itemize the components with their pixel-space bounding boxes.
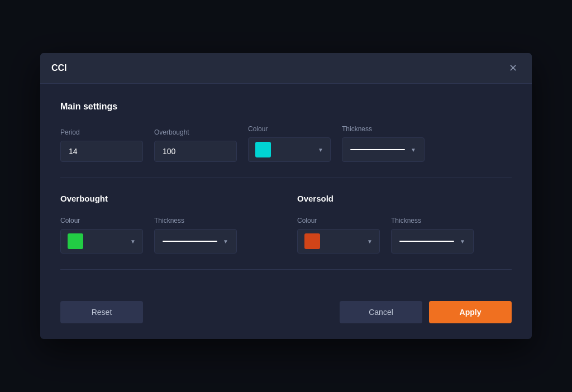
overbought-colour-group: Colour ▼ xyxy=(60,217,143,254)
overbought-section: Overbought Colour ▼ Thickness xyxy=(60,194,275,254)
overbought-fields-row: Colour ▼ Thickness ▼ xyxy=(60,217,275,254)
dialog-body: Main settings Period Overbought Colour xyxy=(40,84,532,301)
overbought-thickness-group: Thickness ▼ xyxy=(154,217,237,254)
overbought-colour-label: Colour xyxy=(60,217,143,224)
overbought-value-group: Overbought xyxy=(154,128,237,162)
oversold-colour-label: Colour xyxy=(297,217,380,224)
main-thickness-line xyxy=(350,149,405,150)
ob-os-sections: Overbought Colour ▼ Thickness xyxy=(60,194,512,254)
oversold-colour-chevron-icon: ▼ xyxy=(367,238,373,245)
oversold-fields-row: Colour ▼ Thickness ▼ xyxy=(297,217,512,254)
oversold-thickness-line xyxy=(399,241,454,242)
period-label: Period xyxy=(60,128,143,136)
overbought-thickness-label: Thickness xyxy=(154,217,237,224)
dialog-header: CCI ✕ xyxy=(40,53,532,84)
dialog-overlay: CCI ✕ Main settings Period Overbought xyxy=(0,0,572,392)
overbought-colour-swatch xyxy=(68,233,83,249)
oversold-section: Oversold Colour ▼ Thickness xyxy=(275,194,512,254)
main-thickness-group: Thickness ▼ xyxy=(342,125,425,162)
main-thickness-chevron-icon: ▼ xyxy=(411,147,416,153)
reset-button[interactable]: Reset xyxy=(60,301,143,323)
main-colour-select[interactable]: ▼ xyxy=(248,137,331,162)
dialog-footer: Reset Cancel Apply xyxy=(40,301,532,339)
cci-dialog: CCI ✕ Main settings Period Overbought xyxy=(40,53,532,339)
main-thickness-select[interactable]: ▼ xyxy=(342,137,425,162)
main-colour-group: Colour ▼ xyxy=(248,125,331,162)
footer-right-buttons: Cancel Apply xyxy=(340,301,512,323)
main-thickness-label: Thickness xyxy=(342,125,425,133)
oversold-thickness-group: Thickness ▼ xyxy=(391,217,474,254)
overbought-value-input[interactable] xyxy=(154,141,237,162)
period-group: Period xyxy=(60,128,143,162)
main-settings-row: Period Overbought Colour ▼ xyxy=(60,125,512,162)
close-button[interactable]: ✕ xyxy=(506,62,521,74)
divider-1 xyxy=(60,178,512,178)
dialog-title: CCI xyxy=(51,63,67,73)
oversold-thickness-select[interactable]: ▼ xyxy=(391,229,474,254)
divider-2 xyxy=(60,269,512,270)
oversold-thickness-label: Thickness xyxy=(391,217,474,224)
cancel-button[interactable]: Cancel xyxy=(340,301,422,323)
oversold-thickness-chevron-icon: ▼ xyxy=(460,238,465,245)
main-colour-swatch xyxy=(255,142,271,157)
apply-button[interactable]: Apply xyxy=(429,301,512,323)
oversold-colour-select[interactable]: ▼ xyxy=(297,229,380,254)
overbought-thickness-chevron-icon: ▼ xyxy=(223,238,228,245)
oversold-title: Oversold xyxy=(297,194,512,203)
overbought-value-label: Overbought xyxy=(154,128,237,136)
oversold-colour-group: Colour ▼ xyxy=(297,217,380,254)
overbought-colour-select[interactable]: ▼ xyxy=(60,229,143,254)
main-colour-chevron-icon: ▼ xyxy=(318,147,323,153)
overbought-thickness-line xyxy=(163,241,217,242)
overbought-thickness-select[interactable]: ▼ xyxy=(154,229,237,254)
oversold-colour-swatch xyxy=(304,233,320,249)
period-input[interactable] xyxy=(60,141,143,162)
overbought-colour-chevron-icon: ▼ xyxy=(130,238,136,245)
main-colour-label: Colour xyxy=(248,125,331,133)
overbought-title: Overbought xyxy=(60,194,275,203)
main-settings-title: Main settings xyxy=(60,102,512,112)
